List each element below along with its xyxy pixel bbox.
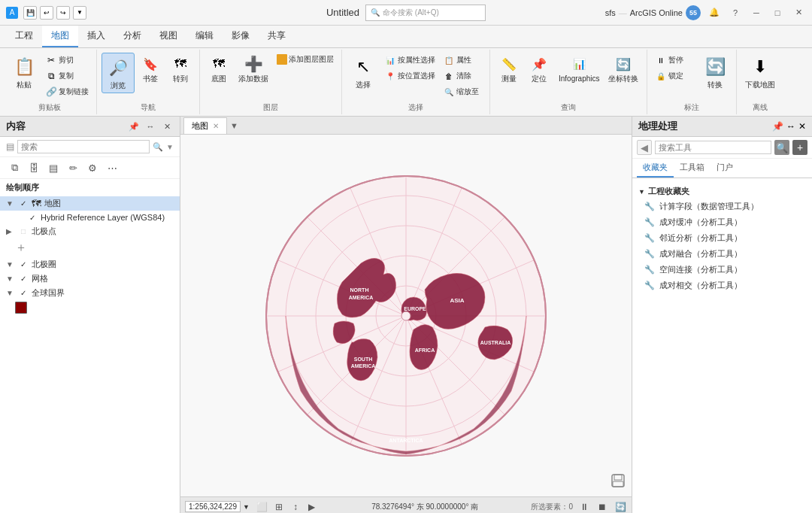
layer-tool-2[interactable]: 🗄 [26,159,42,176]
loc-select-btn[interactable]: 📍 按位置选择 [381,68,438,83]
check-map[interactable]: ✓ [18,199,29,209]
panel-move-btn[interactable]: ↔ [144,120,157,133]
layer-item-grid[interactable]: ▼ ✓ 网格 [0,272,180,286]
zoomto-btn[interactable]: 🔍 缩放至 [440,84,485,99]
nav-next-btn[interactable]: ▶ [305,500,319,514]
copy-link-btn[interactable]: 🔗 复制链接 [42,84,92,99]
adddata-btn[interactable]: ➕ 添加数据 [235,53,272,86]
minimize-btn[interactable]: ─ [749,5,764,20]
customize-btn[interactable]: ▼ [73,6,86,20]
layer-item-worldborder[interactable]: ▼ ✓ 全球国界 [0,286,180,300]
geo-tab-favorites[interactable]: 收藏夹 [637,159,674,178]
nav-back-btn[interactable]: ⬜ [256,500,269,514]
layer-item-map[interactable]: ▼ ✓ 🗺 地图 [0,196,180,211]
expand-icon-northpole[interactable]: ▶ [6,227,15,235]
save-view-btn[interactable] [611,473,626,490]
geo-back-btn[interactable]: ◀ [637,140,652,155]
geo-section-expand-icon[interactable]: ▼ [638,188,645,196]
layer-tool-6[interactable]: ⋯ [104,159,120,176]
layer-item-hybrid[interactable]: ✓ Hybrid Reference Layer (WGS84) [0,211,180,224]
right-panel-close-btn[interactable]: ✕ [798,121,806,132]
cut-btn[interactable]: ✂ 剪切 [42,53,92,68]
attribute-btn[interactable]: 📋 属性 [440,53,485,68]
check-hybrid[interactable]: ✓ [27,212,38,223]
lock-btn[interactable]: 🔒 锁定 [652,68,697,83]
tab-map[interactable]: 地图 [42,26,78,47]
browse-btn[interactable]: 🔎 浏览 [102,53,135,93]
tab-share[interactable]: 共享 [259,26,295,47]
layer-tool-4[interactable]: ✏ [65,159,81,176]
paste-btn[interactable]: 📋 粘贴 [8,53,41,92]
download-map-btn[interactable]: ⬇ 下载地图 [741,53,779,92]
user-avatar[interactable]: 55 [686,5,701,20]
geo-item-4[interactable]: 🔧 成对融合（分析工具） [638,246,806,262]
pause-btn[interactable]: ⏸ 暂停 [652,53,697,68]
tab-edit[interactable]: 编辑 [186,26,223,47]
geo-search-btn[interactable]: 🔍 [774,140,789,155]
undo-btn[interactable]: ↩ [40,6,53,20]
nav-grid-btn[interactable]: ⊞ [272,500,286,514]
geo-item-3[interactable]: 🔧 邻近分析（分析工具） [638,230,806,246]
tab-view[interactable]: 视图 [150,26,186,47]
command-search[interactable]: 🔍 命令搜索 (Alt+Q) [365,5,486,21]
map-tab-arrow[interactable]: ▼ [230,121,238,130]
scale-value[interactable]: 1:256,324,229 [185,501,241,512]
geo-tab-toolbox[interactable]: 工具箱 [674,159,710,178]
panel-pin-btn[interactable]: 📌 [127,120,141,133]
bookmark-btn[interactable]: 🔖 书签 [136,53,165,86]
scale-dropdown-icon[interactable]: ▼ [243,503,250,511]
tab-analysis[interactable]: 分析 [114,26,150,47]
expand-icon-grid[interactable]: ▼ [6,275,15,283]
expand-icon-worldborder[interactable]: ▼ [6,289,15,297]
expand-icon-map[interactable]: ▼ [6,199,15,208]
geo-search-input[interactable] [655,141,771,154]
basemap-btn[interactable]: 🗺 底图 [205,53,233,86]
layer-tool-5[interactable]: ⚙ [84,159,101,176]
right-panel-move-btn[interactable]: ↔ [786,121,795,132]
check-worldborder[interactable]: ✓ [18,288,29,299]
select-btn[interactable]: ↖ 选择 [347,53,380,92]
redo-btn[interactable]: ↪ [56,6,70,20]
map-tab[interactable]: 地图 ✕ [183,117,227,134]
notification-btn[interactable]: 🔔 [707,5,722,20]
layer-add-icon[interactable]: ＋ [0,238,180,257]
refresh-map-btn[interactable]: 🔄 [614,500,627,514]
attr-select-btn[interactable]: 📊 按属性选择 [381,53,438,68]
geo-tab-portal[interactable]: 门户 [710,159,739,178]
map-tab-close[interactable]: ✕ [213,122,219,130]
check-northpole[interactable]: □ [18,226,29,237]
layer-tool-1[interactable]: ⧉ [6,159,23,176]
infographics-btn[interactable]: 📊 Infographics [555,53,603,86]
layer-item-northpole[interactable]: ▶ □ 北极点 [0,224,180,238]
tab-insert[interactable]: 插入 [78,26,114,47]
layer-search-input[interactable] [17,140,150,153]
right-panel-pin-btn[interactable]: 📌 [772,121,783,132]
locate-btn[interactable]: 📌 定位 [525,53,553,86]
help-btn[interactable]: ? [728,5,743,20]
check-grid[interactable]: ✓ [18,274,29,284]
geo-item-6[interactable]: 🔧 成对相交（分析工具） [638,278,806,293]
geo-item-5[interactable]: 🔧 空间连接（分析工具） [638,262,806,278]
layer-tool-3[interactable]: ▤ [45,159,62,176]
save-btn[interactable]: 💾 [23,6,37,20]
transform-btn[interactable]: 🔄 转换 [698,53,732,92]
tab-imagery[interactable]: 影像 [223,26,259,47]
addlayer-btn[interactable]: 添加图层图层 [274,53,337,66]
nav-arrow-btn[interactable]: ↕ [289,500,302,514]
expand-icon-arctic[interactable]: ▼ [6,260,15,269]
layer-item-arctic[interactable]: ▼ ✓ 北极圈 [0,257,180,272]
measure-btn[interactable]: 📏 测量 [495,53,523,86]
maximize-btn[interactable]: □ [770,5,785,20]
clear-btn[interactable]: 🗑 清除 [440,68,485,83]
coord-transform-btn[interactable]: 🔄 坐标转换 [604,53,642,86]
stop-map-btn[interactable]: ⏹ [595,500,609,514]
copy-btn[interactable]: ⧉ 复制 [42,68,92,83]
geo-add-btn[interactable]: + [792,140,807,155]
panel-close-btn[interactable]: ✕ [160,120,174,133]
pause-map-btn[interactable]: ⏸ [577,500,591,514]
map-canvas[interactable]: NORTH AMERICA EUROPE ASIA [180,135,632,496]
search-arrow-icon[interactable]: ▼ [166,143,174,151]
search-icon[interactable]: 🔍 [153,142,163,152]
tab-project[interactable]: 工程 [6,26,42,47]
close-btn[interactable]: ✕ [791,5,806,20]
